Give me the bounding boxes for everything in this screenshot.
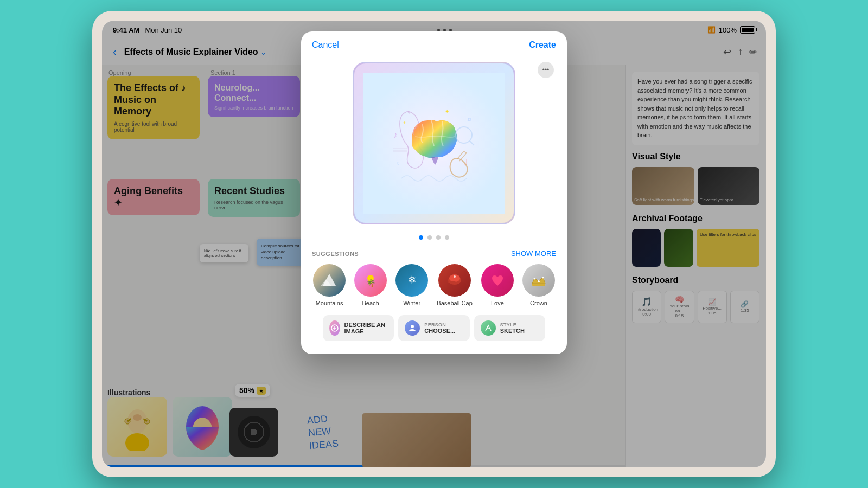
person-text: PERSON CHOOSE... [424, 322, 455, 334]
person-bottom-label: CHOOSE... [424, 328, 455, 334]
winter-icon: ❄ [395, 264, 428, 297]
svg-text:♪: ♪ [393, 130, 398, 139]
baseball-cap-icon [438, 264, 471, 297]
beach-icon: 🌴 [354, 264, 387, 297]
svg-point-33 [533, 278, 535, 280]
style-text: STYLE SKETCH [500, 322, 525, 334]
beach-label: Beach [362, 300, 379, 306]
describe-image-text: DESCRIBE AN IMAGE [344, 322, 388, 335]
svg-text:🌴: 🌴 [366, 279, 376, 288]
image-generation-modal: Cancel Create ••• [301, 31, 567, 354]
crown-icon [522, 264, 555, 297]
svg-rect-31 [532, 284, 545, 286]
ipad-frame: 9:41 AM Mon Jun 10 📶 100% ‹ Effects of M… [92, 11, 776, 477]
image-carousel-dots [301, 230, 567, 245]
cancel-button[interactable]: Cancel [312, 40, 339, 50]
suggestion-beach[interactable]: 🌴 Beach [354, 264, 387, 306]
svg-point-36 [411, 325, 414, 328]
svg-point-32 [538, 280, 540, 282]
modal-overlay: Cancel Create ••• [102, 21, 766, 467]
svg-text:♫: ♫ [396, 160, 400, 166]
carousel-dot-4[interactable] [445, 235, 449, 240]
modal-more-button[interactable]: ••• [538, 62, 554, 78]
suggestion-mountains[interactable]: Mountains [313, 264, 346, 306]
style-icon [481, 320, 496, 336]
carousel-dot-3[interactable] [436, 235, 441, 240]
suggestion-love[interactable]: Love [481, 264, 514, 306]
love-label: Love [491, 300, 504, 306]
person-top-label: PERSON [424, 322, 455, 328]
modal-image-area: ••• [301, 56, 567, 230]
mountains-label: Mountains [316, 300, 343, 306]
suggestion-baseball-cap[interactable]: Baseball Cap [437, 264, 472, 306]
person-choose-button[interactable]: PERSON CHOOSE... [398, 315, 469, 341]
modal-action-row: DESCRIBE AN IMAGE [312, 315, 556, 350]
svg-rect-28 [448, 281, 456, 283]
style-button[interactable]: STYLE SKETCH [474, 315, 545, 341]
ipad-screen: 9:41 AM Mon Jun 10 📶 100% ‹ Effects of M… [102, 21, 766, 467]
suggestion-crown[interactable]: Crown [522, 264, 555, 306]
baseball-cap-label: Baseball Cap [437, 300, 472, 306]
generated-image: ♪ ♬ ♩ ♫ [353, 62, 515, 224]
person-icon [405, 320, 420, 336]
describe-image-button[interactable]: DESCRIBE AN IMAGE [323, 315, 394, 341]
modal-header: Cancel Create [301, 31, 567, 56]
crown-label: Crown [530, 300, 547, 306]
mountains-icon [313, 264, 346, 297]
describe-image-label: DESCRIBE AN IMAGE [344, 322, 388, 335]
svg-text:❄: ❄ [407, 274, 417, 286]
carousel-dot-1[interactable] [419, 235, 423, 240]
create-button[interactable]: Create [529, 40, 556, 50]
love-icon [481, 264, 514, 297]
svg-text:✦: ✦ [445, 108, 449, 114]
carousel-dot-2[interactable] [427, 235, 432, 240]
suggestions-section: SUGGESTIONS SHOW MORE M [301, 245, 567, 354]
svg-text:✦: ✦ [403, 120, 406, 125]
suggestions-row: Mountains 🌴 Beach [312, 264, 556, 306]
svg-text:♬: ♬ [467, 115, 471, 123]
suggestions-header: SUGGESTIONS SHOW MORE [312, 249, 556, 258]
svg-point-34 [542, 277, 544, 279]
describe-image-icon [329, 320, 340, 336]
style-bottom-label: SKETCH [500, 328, 525, 334]
show-more-button[interactable]: SHOW MORE [511, 249, 556, 258]
svg-point-29 [454, 275, 456, 278]
style-top-label: STYLE [500, 322, 525, 328]
winter-label: Winter [403, 300, 420, 306]
suggestion-winter[interactable]: ❄ Winter [395, 264, 428, 306]
suggestions-label: SUGGESTIONS [312, 251, 359, 257]
